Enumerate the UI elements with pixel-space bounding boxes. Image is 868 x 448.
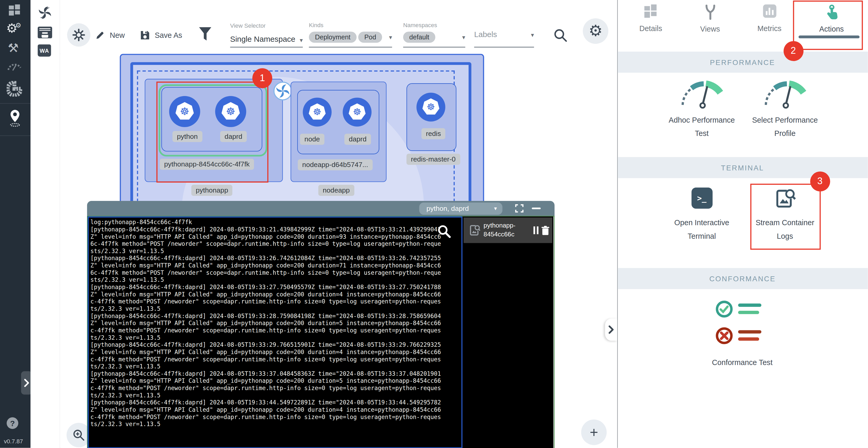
filter-icon[interactable] xyxy=(198,27,212,44)
log-line: ts/2.32.3 ver=1.13.5 xyxy=(91,363,462,370)
annotation-badge-2: 2 xyxy=(783,41,803,61)
wasm-badge-text: WA xyxy=(40,48,49,54)
section-terminal-title: TERMINAL xyxy=(721,163,764,172)
log-line: Z" level=info msg="HTTP API Called" app_… xyxy=(91,291,462,298)
pod-label-redis: redis-master-0 xyxy=(406,154,460,165)
labels-filter[interactable]: Labels ▾ xyxy=(474,30,534,48)
log-line: ts/2.32.3 ver=1.13.5 xyxy=(91,305,462,312)
placement-button[interactable] xyxy=(67,23,90,47)
annotation-badge-1: 1 xyxy=(252,68,273,88)
log-line: c-4f7fk method="POST /neworder" scope=da… xyxy=(91,385,462,392)
view-selector[interactable]: View Selector Single Namespace ▾ xyxy=(230,22,303,48)
terminal-titlebar[interactable]: python, daprd ▾ xyxy=(87,201,555,216)
archive-inbox-icon[interactable] xyxy=(36,26,54,42)
adhoc-label-line2: Test xyxy=(663,127,741,140)
pod-label-pythonapp: pythonapp-8454cc66c-4f7fk xyxy=(160,159,254,170)
log-stream-tab[interactable]: pythonapp- 8454cc66c xyxy=(464,218,552,243)
kinds-caret-icon: ▾ xyxy=(389,34,392,41)
open-terminal-line1: Open Interactive xyxy=(663,216,741,230)
labels-placeholder: Labels xyxy=(474,30,534,39)
tab-views-label: Views xyxy=(693,25,727,33)
log-line: ts/2.32.3 ver=1.13.5 xyxy=(91,334,462,341)
fullscreen-icon[interactable] xyxy=(515,204,524,215)
k8s-wheel-glyph: ☸ xyxy=(313,108,321,117)
new-button[interactable]: New xyxy=(94,29,133,43)
container-node-icon[interactable]: ☸ xyxy=(303,97,332,126)
namespace-chip-default[interactable]: default xyxy=(403,32,435,43)
panel-collapse-handle[interactable] xyxy=(605,319,617,341)
container-redis-icon[interactable]: ☸ xyxy=(416,93,445,122)
save-icon xyxy=(140,30,150,40)
container-daprd2-icon[interactable]: ☸ xyxy=(343,97,372,126)
log-line: Z" level=info msg="HTTP API Called" app_… xyxy=(91,233,462,240)
annotation-box-3 xyxy=(750,184,820,250)
log-line: Z" level=info msg="HTTP API Called" app_… xyxy=(91,262,462,269)
view-selector-caret-icon: ▾ xyxy=(300,36,303,44)
view-selector-label: View Selector xyxy=(230,22,303,29)
settings-gears-icon[interactable]: ⚙⚙ xyxy=(6,22,24,35)
pause-stream-icon[interactable] xyxy=(533,227,539,234)
right-panel: Details Views Metrics Actions xyxy=(617,0,868,448)
gauge-adhoc-icon xyxy=(678,80,726,109)
log-line: [pythonapp-8454cc66c-4f7fk:daprd] 2024-0… xyxy=(91,283,462,291)
dapr-sidecar-badge-icon xyxy=(274,82,292,100)
kinds-filter[interactable]: Kinds Deployment Pod ▾ xyxy=(309,22,392,48)
log-line: [pythonapp-8454cc66c-4f7fk:daprd] 2024-0… xyxy=(91,255,462,262)
minimize-icon[interactable] xyxy=(532,207,541,209)
log-line: [pythonapp-8454cc66c-4f7fk:daprd] 2024-0… xyxy=(91,370,462,378)
dapr-spiral-icon[interactable] xyxy=(37,5,53,23)
container-label-redis: redis xyxy=(421,128,445,139)
gauge-icon[interactable] xyxy=(7,61,23,74)
metrics-icon xyxy=(763,4,776,18)
stream-logs-icon xyxy=(469,224,480,236)
views-icon xyxy=(703,4,717,20)
namespaces-filter[interactable]: Namespaces default ▾ xyxy=(403,22,465,48)
kind-chip-deployment[interactable]: Deployment xyxy=(309,32,357,43)
log-line: [pythonapp-8454cc66c-4f7fk:daprd] 2024-0… xyxy=(91,399,462,406)
namespaces-label: Namespaces xyxy=(403,22,465,28)
delete-stream-icon[interactable] xyxy=(541,226,550,235)
log-search-icon[interactable] xyxy=(437,224,451,241)
log-line: ts/2.32.3 ver=1.13.5 xyxy=(91,392,462,399)
log-line: [pythonapp-8454cc66c-4f7fk:daprd] 2024-0… xyxy=(91,312,462,320)
log-line: c-4f7fk method="POST /neworder" scope=da… xyxy=(91,298,462,305)
save-as-button[interactable]: Save As xyxy=(140,29,190,43)
adhoc-performance-action[interactable]: Adhoc Performance Test xyxy=(663,80,741,142)
open-terminal-line2: Terminal xyxy=(663,230,741,243)
conformance-test-action[interactable]: Conformance Test xyxy=(698,300,787,366)
namespaces-caret-icon: ▾ xyxy=(462,34,465,41)
app-window: ⚙⚙ ⚒ ? v0.7.87 xyxy=(0,0,868,448)
settings-button[interactable]: ⚙ xyxy=(583,18,608,44)
kind-chip-pod[interactable]: Pod xyxy=(358,32,382,43)
log-line: ts/2.32.3 ver=1.13.5 xyxy=(91,421,462,428)
section-conformance-header: CONFORMANCE xyxy=(617,268,867,289)
app-version: v0.7.87 xyxy=(4,438,23,445)
tab-views[interactable]: Views xyxy=(693,4,727,38)
terminal-log-panel[interactable]: log:pythonapp-8454cc66c-4f7fk[pythonapp-… xyxy=(88,216,463,448)
log-line: Z" level=info msg="HTTP API Called" app_… xyxy=(91,406,462,414)
wasm-badge-icon[interactable]: WA xyxy=(38,44,51,57)
location-pin-icon[interactable] xyxy=(8,109,22,130)
container-select-dropdown[interactable]: python, daprd ▾ xyxy=(419,202,502,214)
section-conformance-title: CONFORMANCE xyxy=(709,274,776,283)
open-terminal-action[interactable]: >_ Open Interactive Terminal xyxy=(663,188,741,243)
section-terminal-header: TERMINAL xyxy=(617,157,867,178)
secondary-sidebar: WA xyxy=(31,0,60,448)
select-performance-action[interactable]: Select Performance Profile xyxy=(746,80,824,142)
dashboard-icon[interactable] xyxy=(9,4,21,14)
tab-details[interactable]: Details xyxy=(634,4,668,38)
help-icon[interactable]: ? xyxy=(7,417,19,429)
left-sidebar: ⚙⚙ ⚒ ? v0.7.87 xyxy=(0,0,31,448)
tab-pod-name-line2: 8454cc66c xyxy=(484,230,516,238)
gauge-select-icon xyxy=(761,80,809,109)
tools-icon[interactable]: ⚒ xyxy=(8,42,19,55)
log-line: sts/2.32.3 ver=1.13.5 xyxy=(91,248,462,255)
search-icon[interactable] xyxy=(554,28,568,45)
terminal-window[interactable]: python, daprd ▾ log:pythonapp-8454cc66c-… xyxy=(87,201,555,448)
load-test-pie-icon[interactable] xyxy=(7,81,23,99)
container-select-value: python, daprd xyxy=(427,205,469,212)
add-button[interactable]: + xyxy=(581,420,607,445)
annotation-badge-3: 3 xyxy=(810,172,830,191)
tab-metrics[interactable]: Metrics xyxy=(753,4,786,38)
log-line: c-4f7fk method="POST /neworder" scope=da… xyxy=(91,356,462,363)
